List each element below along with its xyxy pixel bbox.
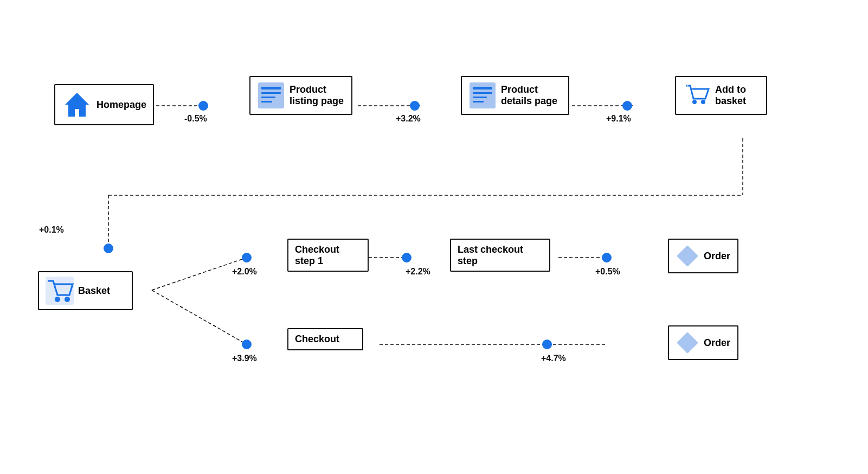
svg-rect-21 <box>473 101 484 103</box>
homepage-label: Homepage <box>97 99 146 111</box>
svg-point-23 <box>701 100 705 104</box>
svg-line-7 <box>152 290 247 344</box>
svg-rect-29 <box>677 245 698 267</box>
dot-4 <box>104 244 113 253</box>
product-listing-label: Product listing page <box>290 84 344 106</box>
diamond-icon-1 <box>676 244 699 268</box>
checkout-step1-label: Checkout step 1 <box>295 244 339 266</box>
list-icon-2 <box>468 81 497 110</box>
dot-7 <box>602 253 612 262</box>
pct-7: +0.5% <box>595 267 620 277</box>
dot-9 <box>542 340 552 349</box>
last-checkout-step-node: Last checkout step <box>450 239 550 272</box>
dot-8 <box>242 340 252 349</box>
product-details-node: Product details page <box>461 76 569 115</box>
svg-rect-17 <box>470 82 496 108</box>
home-icon <box>62 89 92 120</box>
basket-node: Basket <box>38 271 133 310</box>
pct-5: +2.0% <box>232 267 257 277</box>
order2-node: Order <box>668 325 738 360</box>
svg-rect-14 <box>261 92 281 94</box>
dot-2 <box>410 101 420 111</box>
pct-3: +9.1% <box>606 114 631 124</box>
list-icon-1 <box>257 81 285 110</box>
svg-rect-19 <box>473 92 492 94</box>
product-details-label: Product details page <box>501 84 557 106</box>
pct-2: +3.2% <box>396 114 421 124</box>
svg-rect-15 <box>261 97 275 98</box>
dot-6 <box>402 253 412 262</box>
cart-icon-2 <box>46 277 74 305</box>
svg-rect-18 <box>473 87 492 89</box>
svg-rect-16 <box>261 101 272 103</box>
diamond-icon-2 <box>676 331 699 355</box>
add-to-basket-label: Add to basket <box>715 84 746 106</box>
svg-rect-20 <box>473 97 487 98</box>
dot-1 <box>198 101 208 111</box>
pct-4: +0.1% <box>39 225 64 235</box>
connector-lines <box>0 0 868 474</box>
add-to-basket-node: Add to basket <box>675 76 767 115</box>
svg-point-27 <box>55 297 60 302</box>
order1-label: Order <box>704 251 730 262</box>
svg-point-28 <box>65 297 70 302</box>
svg-marker-11 <box>65 93 89 117</box>
svg-point-22 <box>692 100 697 104</box>
order1-node: Order <box>668 239 738 273</box>
pct-1: -0.5% <box>184 114 207 124</box>
flow-diagram: Homepage Product listing page <box>0 0 868 474</box>
basket-label: Basket <box>78 285 110 297</box>
product-listing-node: Product listing page <box>249 76 352 115</box>
svg-rect-30 <box>677 332 698 354</box>
svg-rect-12 <box>258 82 284 108</box>
svg-rect-13 <box>261 87 281 89</box>
order2-label: Order <box>704 337 730 349</box>
checkout-step1-node: Checkout step 1 <box>287 239 369 272</box>
pct-9: +4.7% <box>541 354 566 363</box>
homepage-node: Homepage <box>54 84 154 125</box>
pct-8: +3.9% <box>232 354 257 363</box>
dot-5 <box>242 253 252 262</box>
dot-3 <box>622 101 632 111</box>
last-checkout-step-label: Last checkout step <box>458 244 523 266</box>
checkout-node: Checkout <box>287 328 363 350</box>
checkout-label: Checkout <box>295 334 339 345</box>
pct-6: +2.2% <box>406 267 430 277</box>
cart-icon-1 <box>683 81 711 110</box>
